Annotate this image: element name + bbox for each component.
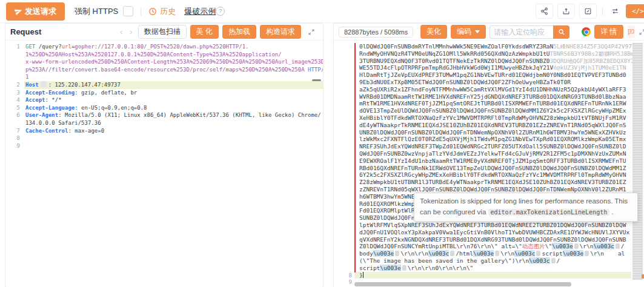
tokenization-tooltip: Tokenization is skipped for long lines f… <box>414 193 638 222</box>
inline-widget-chip[interactable] <box>402 265 407 271</box>
generate-yaml-button[interactable]: </> 生成 Yaml 模板 <box>626 4 644 18</box>
request-panel-header: Request ‹ › 数据包扫描 美 化 热加载 构造请求 <box>5 24 323 41</box>
response-editor[interactable]: 0lDQWdJQ0FnSUNBdmRYTnlMMnhwWWk5NE9EWmZOa… <box>334 41 644 287</box>
line-number: 5 <box>5 104 25 112</box>
edit-box-icon[interactable] <box>579 4 597 19</box>
line-text: mRtTW1RME1HVXdNREF0TjJZM1pqSmtOREJtTURBd… <box>359 100 644 107</box>
horizontal-scrollbar[interactable] <box>354 282 571 286</box>
line-text: dJQ0FnU1VOQloxY3pXakpaV0Vwa1EycGtiVnB0Vl… <box>359 229 644 236</box>
question-circle-icon[interactable]: ? <box>216 7 225 16</box>
editor-wrapped-line: NREF3SUhJdExYQWdNREF3TWpZd01EQWdNRGc2TUR… <box>334 143 644 150</box>
line-number: 6 <box>5 111 25 119</box>
divider <box>602 7 603 16</box>
editor-wrapped-line: dOVE13TmpZeUlDQWdJQ0FnSUNBZ0lDQWdJQ0FnSU… <box>334 107 644 114</box>
inline-widget-chip[interactable] <box>616 243 620 249</box>
inline-widget-chip[interactable] <box>395 251 399 256</box>
comment-icon[interactable] <box>627 25 635 38</box>
response-search <box>490 25 569 39</box>
editor-line: 6User-Agent: Mozilla/5.0 (X11; Linux x86… <box>5 111 323 119</box>
line-text: 9Eb3dNU0ExTXpBM05ETWdJQ0FnSUNBZ0lDQWdJQ0… <box>359 79 644 86</box>
inline-widget-chip[interactable] <box>450 251 454 256</box>
line-text: zZNREVnT1RNd05qWXlJQ0FnSUNBZ0lDQWdJQ0FnS… <box>359 186 644 193</box>
history-button[interactable]: 历史 <box>148 6 176 17</box>
editor-wrapped-line: WE55TDJ4cFlpOTRPRFpmTmpRdGJHbHVkWGd0WjI1… <box>334 64 644 71</box>
swap-icon[interactable] <box>608 5 622 18</box>
editor-wrapped-line: WVRBd01DMDNaamRtTW1RME1HVXdNREFnY25jdGND… <box>334 93 644 101</box>
inline-widget-chip[interactable] <box>551 258 556 263</box>
line-text: NREF3SUhJdExYQWdNREF3TWpZd01EQWdNRGc2TUR… <box>359 143 644 150</box>
packet-scan-button[interactable]: 数据包扫描 <box>138 25 187 39</box>
hot-reload-button[interactable]: 热加载 <box>222 25 256 39</box>
search-button[interactable] <box>553 25 569 39</box>
export-icon[interactable] <box>557 4 575 19</box>
inline-widget-chip[interactable] <box>495 251 499 256</box>
inline-widget-chip[interactable] <box>574 243 579 249</box>
line-number: 2 <box>5 81 25 89</box>
line-number: 8 <box>5 134 25 142</box>
editor-wrapped-line: 6Y2k5c2FXSXZlRGcyWHpZMExXeHBiblY0TFdkdWR… <box>334 171 644 179</box>
line-number: 4 <box>5 96 25 104</box>
inline-widget-chip[interactable] <box>585 251 589 256</box>
search-icon <box>558 28 565 36</box>
editor-wrapped-line: UNBZ0lDQWdJQ0FnSUNBZ0lDQWdJQ0FnTDNWemNpO… <box>334 129 644 136</box>
line-text: dE4yWTNaakprTkRNME1EQXdJSE10ZUhBZ01EQXdN… <box>359 122 644 129</box>
line-text <box>25 142 323 150</box>
encode-dropdown[interactable]: 编码 <box>451 25 486 39</box>
editor-wrapped-line: HlDamRtTjJZeVpEUXdPREF3TUMwM1pqZG1NbVEwT… <box>334 71 644 79</box>
editor-wrapped-line: 134.0.0.0 Safari/537.36 <box>5 119 323 127</box>
editor-wrapped-line: mRtTW1RME1HVXdNREF0TjJZM1pqSmtOREJtTURBd… <box>334 100 644 107</box>
top-toolbar: 发送请求 强制 HTTPS 历史 爆破示例 ? </> 生成 Yaml 模板 <box>0 0 644 23</box>
editor-line: 5Accept-Language: en-US;q=0.9,en;q=0.8 <box>5 104 323 112</box>
editor-wrapped-line: p%253A//filter/convert.base64-encode/res… <box>5 66 323 74</box>
paper-plane-icon <box>15 7 22 15</box>
expand-icon[interactable] <box>639 25 644 39</box>
editor-line: 3Accept-Encoding: gzip, deflate, br <box>5 89 323 97</box>
send-request-button[interactable]: 发送请求 <box>6 2 65 21</box>
prev-icon[interactable]: ‹ <box>118 27 124 36</box>
next-icon[interactable]: › <box>128 27 134 36</box>
construct-request-button[interactable]: 构造请求 <box>260 25 301 39</box>
line-text: script\u003e\r\n\r\n0\r\n\r\n\" <box>359 265 644 272</box>
request-editor[interactable]: 1GET /query?url=gopher://127.0.0.1:80/_P… <box>5 41 323 287</box>
line-number: 1 <box>5 43 25 51</box>
blast-example-link[interactable]: 爆破示例 <box>184 6 216 17</box>
line-text: body\u003e\r\n\r\n\u003c/html\u003e\r\n\… <box>359 250 644 257</box>
line-text: RBd016QXdNREFnTURnNk1ERWdOVE13TmpZeUlDQW… <box>359 165 644 172</box>
search-input[interactable] <box>490 25 553 39</box>
line-text: } <box>359 272 644 279</box>
editor-wrapped-line: body\u003e\r\n\r\n\u003c/html\u003e\r\n\… <box>334 250 644 257</box>
expand-icon[interactable] <box>305 25 318 39</box>
line-text: x-www-form-urlencoded%250D%250AContent-L… <box>25 58 323 66</box>
editor-wrapped-line: (\"The image has been saved in the galle… <box>334 257 644 265</box>
line-text: lzWkMxc2FXNTFlQzE0T0RZdE5qUXVjMjh1TWdvM1… <box>359 136 644 143</box>
line-text: E9EWXROalF1YzI4dU1nbzNaamRtTW1RME0yVXdNR… <box>359 157 644 165</box>
line-text: WVRBd01DMDNaamRtTW1RME1HVXdNREFnY25jdGND… <box>359 93 644 101</box>
tooltip-setting-code: editor.maxTokenizationLineLength <box>488 209 610 216</box>
response-panel: 82887bytes / 5098ms 美化 编码 详 情 0lDQWdJQ0F… <box>333 23 644 287</box>
editor-wrapped-line: 1%250D%250AHost%253A%2520127.0.0.1%250D%… <box>5 51 323 59</box>
force-https-checkbox[interactable] <box>123 6 133 16</box>
line-text: aZk5qUXRiR2x1ZFhndFoyNTFMMnhwWW5CamRtVXl… <box>359 86 644 93</box>
line-text: 3TURBNU9EQXdNQ0F3T0Rvd01TQTFNekEzTkRNZ0l… <box>359 58 644 65</box>
inline-widget-chip[interactable] <box>41 81 47 87</box>
editor-line: 1GET /query?url=gopher://127.0.0.1:80/_P… <box>5 43 323 51</box>
details-button[interactable]: 详 情 <box>594 25 623 39</box>
editor-wrapped-line: script\u003e\r\n\r\n0\r\n\r\n\" <box>334 265 644 272</box>
line-text: UNBZ0lDQWdJQ0FnSUNBZ0lDQWdJQ0FnTDNWemNpO… <box>359 129 644 136</box>
editor-wrapped-line: x-www-form-urlencoded%250D%250AContent-L… <box>5 58 323 66</box>
minimap[interactable] <box>632 43 643 280</box>
editor-wrapped-line: E9EWXROalF1YzI4dU1nbzNaamRtTW1RME0yVXdNR… <box>334 157 644 165</box>
beautify-request-button[interactable]: 美 化 <box>190 25 219 39</box>
editor-wrapped-line: QWdJQ0FnSUNBZ0wzVnpjaTlzYVdJdmVEZzJYelkw… <box>334 150 644 157</box>
chrome-icon[interactable] <box>582 27 591 36</box>
editor-wrapped-line: aZk5qUXRiR2x1ZFhndFoyNTFMMnhwWW5CamRtVXl… <box>334 86 644 93</box>
line-number: 8 <box>334 272 359 279</box>
share-icon[interactable] <box>536 4 553 19</box>
force-https-label: 强制 HTTPS <box>75 6 118 17</box>
editor-wrapped-line: RndWMyOHVNQzR4TVM0eUNqZG1OMll5WkRRd056QX… <box>334 50 644 58</box>
beautify-response-button[interactable]: 美化 <box>420 25 447 39</box>
inline-widget-chip[interactable] <box>536 251 540 256</box>
modified-line-indicator <box>354 43 356 272</box>
editor-wrapped-line: dE4yWTNaakprTkRNME1EQXdJSE10ZUhBZ01EQXdN… <box>334 122 644 129</box>
line-text: Accept: */* <box>25 96 323 104</box>
